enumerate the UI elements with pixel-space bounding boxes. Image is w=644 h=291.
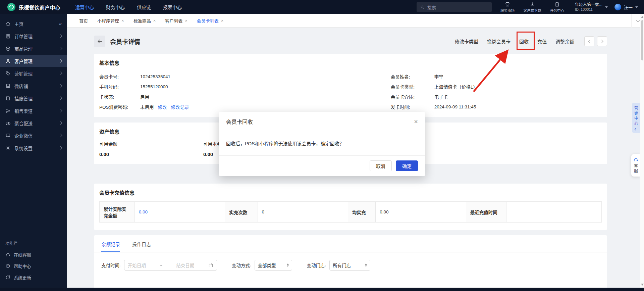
tab-balance-records[interactable]: 余额记录	[101, 241, 120, 252]
scroll-up-arrow-icon[interactable]	[641, 16, 644, 18]
adjust-balance-button[interactable]: 调整余额	[555, 38, 574, 45]
chevron-right-icon	[600, 40, 603, 43]
sidebar-item-credit-ledger[interactable]: 挂账管理	[0, 92, 67, 104]
store-value: 所有门店	[333, 262, 351, 269]
merchant-id: ID: 100011	[575, 7, 593, 12]
service-market-button[interactable]: 服务市场	[498, 2, 517, 13]
sidebar-item-micro-shop[interactable]: 微店铺	[0, 80, 67, 92]
sidebar-item-help-center[interactable]: ? 帮助中心	[0, 260, 67, 272]
nav-report-center[interactable]: 报表中心	[163, 4, 182, 10]
recycle-confirm-dialog: 会员卡回收 回收后，POS和小程序将无法使用该会员卡，确定回收？ 取消 确定	[219, 112, 425, 176]
field-card-status: 卡状态: 启用	[99, 92, 391, 102]
nav-finance-center[interactable]: 财务中心	[106, 4, 125, 10]
function-bar-label: 功能栏	[0, 238, 67, 249]
sidebar: 主页 订单管理 商品管理 客户管理 营销管理 微店铺	[0, 14, 67, 291]
marketing-center-side-tab[interactable]: 营销中心	[632, 103, 640, 133]
merchant-switcher[interactable]: 年轻人第一家... ID: 100011	[575, 2, 608, 12]
rebind-member-card-button[interactable]: 换绑会员卡	[487, 38, 511, 45]
sidebar-item-label: 帮助中心	[14, 263, 31, 269]
col-header-last-recharge-time: 最近充值时间	[466, 202, 506, 223]
chevron-down-icon	[635, 6, 638, 8]
sidebar-item-products[interactable]: 商品管理	[0, 42, 67, 55]
vertical-scrollbar[interactable]	[640, 14, 644, 288]
tab-member-card-list[interactable]: 会员卡列表	[192, 14, 228, 28]
col-header-avg-recharge: 均实充	[348, 202, 375, 223]
page-tab-bar: 首页 小程序管理 标准商品 客户列表 会员卡列表	[67, 14, 644, 28]
merchant-info: 年轻人第一家... ID: 100011	[575, 2, 602, 12]
basic-info-card: 基本信息 会员卡号: 102425335041 手机号码: 1525512000…	[94, 54, 607, 117]
collapse-sidebar-icon[interactable]	[59, 21, 62, 26]
sidebar-footer: 功能栏 在线客服 ? 帮助中心 系统更新	[0, 238, 67, 291]
modify-card-type-button[interactable]: 修改卡类型	[455, 38, 478, 45]
headset-icon	[5, 252, 10, 257]
basic-info-left-column: 会员卡号: 102425335041 手机号码: 15255120000 卡状态…	[99, 71, 391, 112]
tab-close-icon[interactable]	[221, 18, 224, 23]
task-center-label: 任务中心	[550, 8, 564, 13]
global-search-input[interactable]: 搜索	[417, 2, 492, 12]
date-start-placeholder: 开始日期	[128, 262, 146, 269]
sidebar-item-settings[interactable]: 系统设置	[0, 142, 67, 154]
sidebar-item-delivery[interactable]: 聚合配送	[0, 117, 67, 129]
dialog-close-icon[interactable]	[414, 118, 418, 125]
next-record-button[interactable]	[597, 36, 607, 46]
customer-service-float-button[interactable]: 客服	[631, 154, 640, 177]
sidebar-item-marketing[interactable]: 营销管理	[0, 67, 67, 80]
tab-label: 客户列表	[165, 17, 182, 24]
date-separator: ~	[160, 263, 162, 268]
tab-operation-logs[interactable]: 操作日志	[132, 241, 151, 252]
confirm-button[interactable]: 确定	[396, 160, 418, 171]
col-header-recharge-count: 实充次数	[225, 202, 258, 223]
wecom-icon	[5, 133, 11, 138]
page-header: 会员卡详情 修改卡类型 换绑会员卡 回收 充值 调整余额	[94, 33, 607, 50]
total-recharge-value-link[interactable]: 0.00	[139, 209, 148, 214]
change-type-select[interactable]: 全部类型	[255, 260, 292, 271]
nav-operations-center[interactable]: 运营中心	[75, 4, 94, 10]
service-label: 客服	[633, 164, 639, 174]
records-tabs: 余额记录 操作日志	[94, 235, 607, 252]
chevron-right-icon	[59, 122, 62, 125]
sidebar-item-orders[interactable]: 订单管理	[0, 30, 67, 42]
tab-home[interactable]: 首页	[74, 14, 93, 28]
merchant-name: 年轻人第一家...	[575, 2, 602, 7]
user-menu[interactable]: 汪一	[614, 4, 638, 10]
sidebar-item-home[interactable]: 主页	[0, 17, 67, 30]
scroll-down-arrow-icon[interactable]	[641, 284, 644, 286]
sidebar-item-system-update[interactable]: 系统更新	[0, 272, 67, 283]
brand[interactable]: 乐檬餐饮商户中心	[7, 3, 60, 11]
store-select[interactable]: 所有门店	[329, 260, 370, 271]
chevron-right-icon	[59, 59, 62, 63]
prev-record-button[interactable]	[584, 36, 594, 46]
task-center-button[interactable]: 任务中心	[548, 2, 566, 13]
records-filters: 支付时间: 开始日期 ~ 结束日期 变动方式: 全部类型 变动门店: 所有门店	[94, 252, 607, 278]
password-history-link[interactable]: 修改记录	[171, 103, 189, 110]
sidebar-item-wecom[interactable]: 企业微信	[0, 129, 67, 142]
sidebar-item-label: 销售渠道	[14, 107, 56, 114]
scrollbar-thumb[interactable]	[641, 20, 643, 60]
service-market-icon	[505, 2, 510, 7]
recharge-info-title: 会员卡充值信息	[99, 189, 602, 196]
tab-customer-list[interactable]: 客户列表	[160, 14, 192, 28]
tab-close-icon[interactable]	[153, 18, 156, 23]
top-nav: 运营中心 财务中心 供应链 报表中心	[75, 4, 182, 10]
sidebar-item-customers[interactable]: 客户管理	[0, 55, 67, 67]
sidebar-item-online-service[interactable]: 在线客服	[0, 249, 67, 260]
sidebar-item-label: 挂账管理	[14, 95, 56, 102]
recycle-button[interactable]: 回收	[519, 38, 529, 45]
tab-miniprogram[interactable]: 小程序管理	[93, 14, 129, 28]
back-button[interactable]	[94, 36, 105, 47]
client-download-button[interactable]: 客户端下载	[523, 2, 541, 13]
chevron-down-icon	[636, 18, 640, 22]
sidebar-item-sales-channels[interactable]: 销售渠道	[0, 104, 67, 117]
app-root: 乐檬餐饮商户中心 运营中心 财务中心 供应链 报表中心 搜索 服务市场 客户端下…	[0, 0, 644, 291]
field-member-name: 会员姓名: 李宁	[391, 71, 602, 82]
cancel-button[interactable]: 取消	[370, 160, 392, 171]
nav-supply-chain[interactable]: 供应链	[137, 4, 151, 10]
chevron-right-icon	[59, 109, 62, 112]
tab-standard-products[interactable]: 标准商品	[129, 14, 161, 28]
pay-time-range-picker[interactable]: 开始日期 ~ 结束日期	[124, 260, 217, 271]
tab-close-icon[interactable]	[185, 18, 187, 23]
recharge-button[interactable]: 充值	[537, 38, 547, 45]
tab-close-icon[interactable]	[121, 18, 124, 23]
help-icon: ?	[5, 263, 10, 269]
modify-password-link[interactable]: 修改	[158, 103, 167, 110]
